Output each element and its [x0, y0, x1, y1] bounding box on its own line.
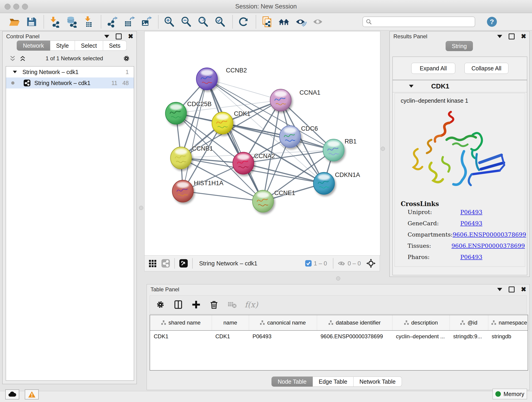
close-window-button[interactable] [5, 4, 11, 10]
add-column-icon[interactable] [191, 300, 201, 310]
zoom-window-button[interactable] [22, 4, 28, 10]
tab-edge-table[interactable]: Edge Table [313, 376, 354, 387]
delete-table-icon[interactable] [227, 300, 237, 310]
import-table-from-file-icon[interactable] [82, 15, 95, 28]
expand-all-icon[interactable] [19, 55, 26, 62]
network-node-CCNE1[interactable] [253, 190, 273, 212]
network-node-CCNB1[interactable] [171, 147, 191, 169]
detach-view-icon[interactable] [179, 259, 188, 268]
import-network-from-database-icon[interactable] [65, 15, 78, 28]
network-node-HIST1H1A[interactable] [172, 180, 193, 202]
network-node-CDC25B[interactable] [165, 102, 186, 124]
column-header-@id[interactable]: @id [450, 315, 488, 331]
panel-maximize-icon[interactable] [509, 287, 515, 293]
cloud-button[interactable] [5, 389, 19, 400]
save-session-icon[interactable] [25, 15, 38, 28]
hide-show-icon[interactable] [294, 15, 307, 28]
network-node-CDK1[interactable] [212, 112, 233, 134]
zoom-out-icon[interactable] [180, 15, 193, 28]
expand-all-button[interactable]: Expand All [411, 63, 455, 74]
houses-icon[interactable] [277, 15, 291, 28]
zoom-in-icon[interactable] [163, 15, 176, 28]
grid-view-icon[interactable] [148, 259, 157, 268]
table-cell[interactable]: stringdb [488, 331, 528, 342]
panel-maximize-icon[interactable] [509, 33, 515, 39]
network-view-icon[interactable] [161, 259, 170, 268]
panel-float-icon[interactable] [497, 35, 502, 38]
tab-string[interactable]: String [446, 41, 473, 51]
crosslink-link-compartments[interactable]: 9606.ENSP00000378699 [453, 231, 526, 238]
tab-network-table[interactable]: Network Table [354, 376, 402, 387]
tab-node-table[interactable]: Node Table [272, 376, 313, 387]
tab-sets[interactable]: Sets [103, 41, 127, 51]
crosslink-link-uniprot[interactable]: P06493 [460, 209, 482, 216]
hidden-eye-icon[interactable] [337, 260, 346, 267]
selected-checkbox-icon[interactable] [305, 260, 312, 267]
clone-network-icon[interactable] [260, 15, 273, 28]
gear-icon[interactable] [122, 54, 131, 63]
column-header-shared-name[interactable]: shared name [150, 315, 212, 331]
tree-expand-icon[interactable] [13, 70, 17, 73]
bottom-splitter-grip[interactable] [336, 276, 340, 281]
column-header-name[interactable]: name [212, 315, 249, 331]
network-node-CDKN1A[interactable] [313, 172, 335, 194]
apply-layout-icon[interactable] [237, 15, 250, 28]
network-edge-CCNB2-HIST1H1A[interactable] [183, 79, 207, 191]
zoom-selected-icon[interactable] [214, 15, 227, 28]
export-image-icon[interactable] [139, 15, 152, 28]
column-header-namespace[interactable]: namespace [488, 315, 528, 331]
panel-float-icon[interactable] [104, 35, 109, 38]
gene-header-row[interactable]: CDK1 [393, 80, 527, 92]
network-row[interactable]: String Network – cdk1 11 48 [6, 77, 134, 89]
search-input[interactable] [372, 18, 469, 25]
column-header-database-identifier[interactable]: database identifier [317, 315, 392, 331]
table-cell[interactable]: CDK1 [150, 331, 212, 342]
panel-close-icon[interactable]: ✖ [521, 34, 526, 39]
open-session-icon[interactable] [8, 15, 21, 28]
network-node-CDC6[interactable] [279, 126, 301, 148]
eye-icon[interactable] [311, 15, 324, 28]
tab-network[interactable]: Network [17, 41, 50, 51]
table-settings-gear-icon[interactable] [155, 300, 165, 310]
network-canvas[interactable]: CCNB2CCNA1CDC25BCDK1CDC6RB1CCNB1CCNA2CDK… [144, 31, 380, 256]
search-box[interactable] [362, 17, 475, 27]
network-edge-CCNB2-CCNA1[interactable] [207, 79, 281, 100]
import-network-from-file-icon[interactable] [48, 15, 61, 28]
network-node-CCNA1[interactable] [270, 89, 291, 111]
gene-collapse-icon[interactable] [409, 85, 413, 88]
panel-maximize-icon[interactable] [116, 33, 122, 39]
column-header-canonical-name[interactable]: canonical name [249, 315, 317, 331]
collapse-all-icon[interactable] [9, 55, 16, 62]
column-header-description[interactable]: description [392, 315, 450, 331]
zoom-fit-icon[interactable] [196, 15, 210, 28]
network-node-RB1[interactable] [323, 139, 344, 161]
table-cell[interactable]: cyclin–dependent ... [392, 331, 450, 342]
table-cell[interactable]: 9606.ENSP00000378699 [317, 331, 392, 342]
minimize-window-button[interactable] [13, 4, 19, 10]
show-columns-icon[interactable] [173, 300, 183, 310]
table-cell[interactable]: CDK1 [212, 331, 249, 342]
panel-float-icon[interactable] [497, 288, 502, 291]
delete-column-icon[interactable] [209, 300, 219, 310]
crosslink-link-genecard[interactable]: P06493 [460, 220, 482, 227]
network-node-CCNB2[interactable] [196, 68, 217, 90]
panel-close-icon[interactable]: ✖ [521, 287, 526, 292]
panel-close-icon[interactable]: ✖ [128, 34, 133, 39]
crosslink-link-pharos[interactable]: P06493 [460, 254, 482, 260]
export-table-icon[interactable] [122, 15, 136, 28]
birdseye-toggle-icon[interactable] [366, 258, 376, 268]
network-collection-row[interactable]: String Network – cdk1 1 [6, 66, 134, 77]
tab-style[interactable]: Style [50, 41, 75, 51]
left-splitter-grip[interactable] [139, 206, 143, 210]
warnings-button[interactable] [25, 389, 39, 400]
function-builder-icon[interactable]: f(x) [245, 300, 258, 309]
crosslink-link-tissues[interactable]: 9606.ENSP00000378699 [451, 242, 525, 249]
tab-select[interactable]: Select [75, 41, 103, 51]
network-edge-HIST1H1A-CCNE1[interactable] [183, 191, 263, 201]
memory-button[interactable]: Memory [493, 389, 527, 399]
right-splitter-grip[interactable] [381, 147, 385, 151]
table-cell[interactable]: P06493 [249, 331, 317, 342]
collapse-all-button[interactable]: Collapse All [464, 63, 508, 74]
network-node-CCNA2[interactable] [233, 152, 254, 174]
help-icon[interactable]: ? [485, 15, 499, 28]
